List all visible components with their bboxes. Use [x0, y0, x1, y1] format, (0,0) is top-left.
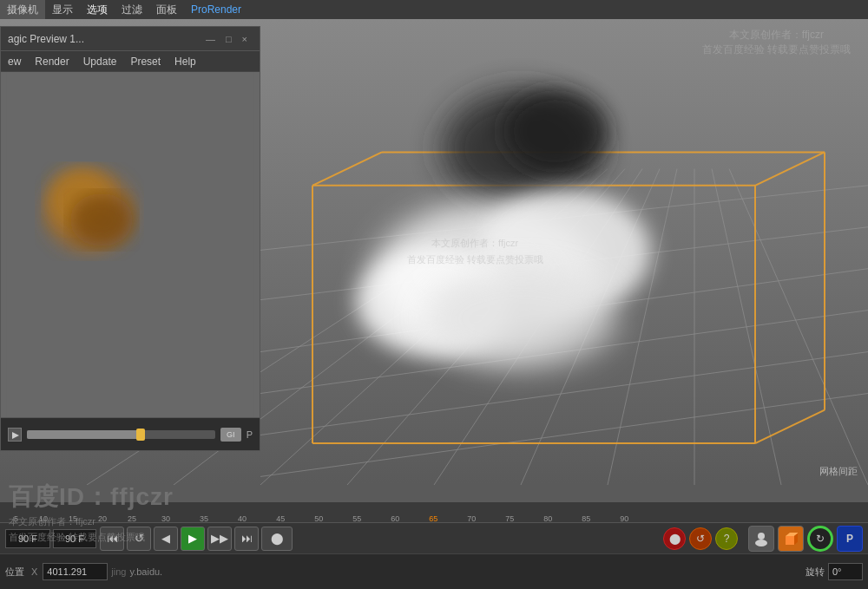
preview-content	[1, 72, 260, 417]
svg-point-31	[425, 269, 616, 369]
p-icon-btn[interactable]: P	[837, 526, 863, 552]
menu-prorender[interactable]: ProRender	[184, 0, 248, 19]
prev-frame-button[interactable]: ◀	[154, 527, 178, 551]
pmenu-help[interactable]: Help	[168, 51, 203, 71]
preview-bottom-bar: GI P	[1, 417, 260, 450]
menu-filter[interactable]: 过滤	[115, 0, 149, 19]
baidu-text: y.baidu.	[129, 566, 162, 577]
svg-point-41	[755, 540, 767, 546]
tick-30: 30	[147, 514, 185, 523]
to-start-button[interactable]: ⏮	[100, 527, 124, 551]
current-frame-input[interactable]	[5, 529, 50, 548]
pos-label: 位置	[5, 566, 24, 579]
timeline-ruler: 5 10 15 20 25 30 35 40 45 50 55 60 65 70…	[0, 502, 868, 523]
tick-35: 35	[185, 514, 223, 523]
tick-15: 15	[58, 514, 88, 523]
status-row: 位置 X 4011.291 jing y.baidu. 旋转 0°	[0, 554, 868, 589]
loop-button[interactable]: ↺	[127, 527, 151, 551]
cube-icon-btn[interactable]	[778, 526, 804, 552]
tick-65: 65	[414, 514, 452, 523]
jing-text: jing	[111, 566, 126, 577]
play-button[interactable]: ▶	[181, 527, 205, 551]
tick-80: 80	[529, 514, 567, 523]
tick-25: 25	[117, 514, 147, 523]
next-frame-button[interactable]: ▶▶	[207, 527, 232, 551]
rotation-label: 旋转	[806, 566, 825, 579]
tick-10: 10	[29, 514, 58, 523]
question-icon-btn[interactable]: ?	[715, 527, 738, 550]
circular-arrow-btn[interactable]: ↻	[807, 526, 833, 552]
grid-label: 网格间距	[819, 465, 858, 478]
preview-render	[1, 72, 260, 417]
tick-90: 90	[605, 514, 643, 523]
tick-75: 75	[490, 514, 529, 523]
preview-window: agic Preview 1... — □ × ew Render Update…	[0, 26, 260, 451]
menu-panel[interactable]: 面板	[149, 0, 184, 19]
svg-point-38	[70, 193, 133, 246]
tick-40: 40	[223, 514, 261, 523]
menu-display[interactable]: 显示	[45, 0, 80, 19]
preview-slider[interactable]	[27, 430, 215, 439]
preview-arrow[interactable]	[8, 428, 22, 442]
to-end-button[interactable]: ⏭	[234, 527, 259, 551]
close-button[interactable]: ×	[237, 34, 253, 44]
tick-70: 70	[452, 514, 490, 523]
ruler-container: 5 10 15 20 25 30 35 40 45 50 55 60 65 70…	[0, 502, 868, 523]
preview-title: agic Preview 1...	[8, 33, 201, 45]
menu-camera[interactable]: 摄像机	[0, 0, 45, 19]
end-frame-input[interactable]	[53, 529, 96, 548]
top-menubar: 摄像机 显示 选项 过滤 面板 ProRender	[0, 0, 868, 19]
tick-20: 20	[88, 514, 117, 523]
transport-controls: ⏮ ↺ ◀ ▶ ▶▶ ⏭ ⬤	[100, 527, 293, 551]
svg-rect-42	[786, 536, 794, 545]
minimize-button[interactable]: —	[201, 34, 220, 44]
tick-55: 55	[338, 514, 376, 523]
right-icon-buttons: ⬤ ↺ ? ↻ P	[663, 526, 863, 552]
orange-icon-btn[interactable]: ↺	[689, 527, 712, 550]
gi-label: GI	[227, 430, 235, 439]
preview-titlebar: agic Preview 1... — □ ×	[1, 27, 260, 51]
pmenu-ew[interactable]: ew	[1, 51, 28, 71]
x-axis-label: X	[31, 566, 37, 577]
p-label: P	[247, 429, 253, 440]
tick-85: 85	[567, 514, 605, 523]
bottom-section: 5 10 15 20 25 30 35 40 45 50 55 60 65 70…	[0, 502, 868, 589]
svg-rect-35	[7, 72, 253, 417]
preview-menubar: ew Render Update Preset Help	[1, 51, 260, 72]
preview-slider-thumb	[136, 429, 145, 441]
user-icon-btn[interactable]	[748, 526, 774, 552]
pmenu-preset[interactable]: Preset	[123, 51, 168, 71]
svg-marker-39	[12, 432, 19, 439]
rotation-field[interactable]: 0°	[828, 563, 863, 580]
tick-50: 50	[299, 514, 338, 523]
rotation-section: 旋转 0°	[806, 563, 863, 580]
menu-options[interactable]: 选项	[80, 0, 115, 19]
pmenu-render[interactable]: Render	[28, 51, 76, 71]
record-button[interactable]: ⬤	[261, 527, 293, 551]
restore-button[interactable]: □	[220, 34, 237, 44]
tick-45: 45	[261, 514, 299, 523]
preview-toggle-gi[interactable]: GI	[220, 428, 241, 442]
svg-point-40	[758, 533, 765, 540]
x-position-field[interactable]: 4011.291	[43, 563, 108, 580]
timeline-controls: ⏮ ↺ ◀ ▶ ▶▶ ⏭ ⬤ ⬤ ↺ ? ↻ P	[0, 523, 868, 554]
preview-slider-fill	[27, 430, 140, 439]
tick-60: 60	[376, 514, 414, 523]
red-icon-btn[interactable]: ⬤	[663, 527, 686, 550]
tick-5: 5	[3, 514, 29, 523]
svg-point-27	[503, 90, 608, 173]
frame-inputs	[5, 529, 96, 548]
pmenu-update[interactable]: Update	[76, 51, 124, 71]
